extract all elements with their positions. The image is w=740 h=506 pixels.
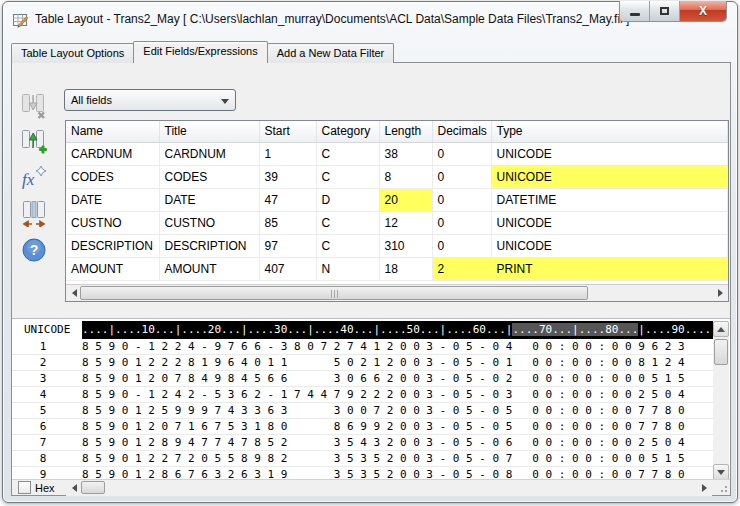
cell-decimals: 0 bbox=[432, 165, 491, 188]
cell-title: AMOUNT bbox=[159, 257, 259, 280]
cell-category: D bbox=[316, 188, 379, 211]
scrollbar-thumb[interactable] bbox=[80, 286, 588, 300]
record-data: 8590-1224-9766-380727412003-05-04 00:00:… bbox=[82, 339, 691, 355]
cell-decimals: 0 bbox=[432, 211, 491, 234]
cell-start: 97 bbox=[259, 234, 316, 257]
minimize-button[interactable] bbox=[620, 1, 650, 21]
ruler-segment: ....|....10...|....20...|....30...|....4… bbox=[82, 323, 512, 336]
col-header-title: Title bbox=[159, 121, 259, 142]
byte-ruler: ....|....10...|....20...|....30...|....4… bbox=[82, 321, 713, 339]
fields-table: Name Title Start Category Length Decimal… bbox=[65, 120, 729, 302]
add-field-icon bbox=[21, 129, 47, 155]
record-number: 4 bbox=[12, 387, 74, 403]
cell-type: UNICODE bbox=[491, 211, 728, 234]
field-filter-dropdown[interactable]: All fields bbox=[64, 89, 236, 111]
cell-length: 12 bbox=[379, 211, 432, 234]
restore-icon bbox=[660, 7, 669, 15]
col-header-start: Start bbox=[259, 121, 316, 142]
field-row-custno[interactable]: CUSTNO CUSTNO 85 C 12 0 UNICODE bbox=[66, 211, 728, 234]
scroll-down-arrow[interactable] bbox=[713, 464, 729, 480]
resize-grip[interactable] bbox=[714, 480, 729, 494]
cell-length-highlighted: 20 bbox=[379, 188, 432, 211]
record-row: 18590-1224-9766-380727412003-05-04 00:00… bbox=[12, 339, 713, 355]
shift-field-button[interactable] bbox=[16, 199, 52, 229]
record-data: 8590-1242-5362-174479222003-05-03 00:00:… bbox=[82, 387, 691, 403]
hex-toggle[interactable]: Hex bbox=[18, 481, 55, 494]
tab-edit-fields-expressions[interactable]: Edit Fields/Expressions bbox=[133, 41, 267, 63]
cell-type: UNICODE bbox=[491, 142, 728, 165]
col-header-length: Length bbox=[379, 121, 432, 142]
record-number: 2 bbox=[12, 355, 74, 371]
encoding-label: UNICODE bbox=[24, 323, 70, 336]
record-row: 38590120784984566 30662003-05-02 00:00:0… bbox=[12, 371, 713, 387]
tab-table-layout-options[interactable]: Table Layout Options bbox=[11, 43, 134, 63]
cell-name: CUSTNO bbox=[66, 211, 159, 234]
cell-title: CARDNUM bbox=[159, 142, 259, 165]
cell-length: 8 bbox=[379, 165, 432, 188]
cell-category: N bbox=[316, 257, 379, 280]
close-icon: X bbox=[699, 4, 707, 18]
record-vscrollbar[interactable] bbox=[713, 321, 729, 480]
record-data: 8590128947747852 35432003-05-06 00:00:00… bbox=[82, 435, 691, 451]
field-row-description[interactable]: DESCRIPTION DESCRIPTION 97 C 310 0 UNICO… bbox=[66, 234, 728, 257]
add-expression-icon: fx bbox=[21, 165, 47, 191]
tab-add-new-data-filter[interactable]: Add a New Data Filter bbox=[267, 43, 395, 63]
col-header-name: Name bbox=[66, 121, 159, 142]
scrollbar-thumb[interactable] bbox=[714, 339, 728, 365]
field-row-cardnum[interactable]: CARDNUM CARDNUM 1 C 38 0 UNICODE bbox=[66, 142, 728, 165]
hex-checkbox[interactable] bbox=[18, 481, 31, 494]
window-controls: X bbox=[619, 1, 727, 22]
record-number: 7 bbox=[12, 435, 74, 451]
cell-title: DATE bbox=[159, 188, 259, 211]
ruler-row: UNICODE ....|....10...|....20...|....30.… bbox=[12, 321, 730, 339]
cell-title: DESCRIPTION bbox=[159, 234, 259, 257]
record-data: 8590120784984566 30662003-05-02 00:00:00… bbox=[82, 371, 691, 387]
cell-decimals: 0 bbox=[432, 234, 491, 257]
fields-table-hscrollbar[interactable] bbox=[66, 284, 728, 301]
cell-name: CARDNUM bbox=[66, 142, 159, 165]
add-field-button[interactable] bbox=[16, 127, 52, 157]
record-row: 28590122281964011 50212003-05-01 00:00:0… bbox=[12, 355, 713, 371]
svg-text:?: ? bbox=[30, 242, 39, 258]
shift-field-icon bbox=[21, 201, 47, 227]
scroll-left-arrow[interactable] bbox=[66, 480, 82, 496]
table-layout-window: Table Layout - Trans2_May [ C:\Users\lac… bbox=[2, 1, 738, 503]
cell-title: CUSTNO bbox=[159, 211, 259, 234]
close-button[interactable]: X bbox=[680, 1, 726, 21]
cell-start: 85 bbox=[259, 211, 316, 234]
record-number: 5 bbox=[12, 403, 74, 419]
svg-text:fx: fx bbox=[22, 170, 35, 189]
field-filter-value: All fields bbox=[71, 94, 112, 106]
field-row-codes[interactable]: CODES CODES 39 C 8 0 UNICODE bbox=[66, 165, 728, 188]
cell-type: UNICODE bbox=[491, 234, 728, 257]
cell-type-highlighted: UNICODE bbox=[491, 165, 728, 188]
scroll-right-arrow[interactable] bbox=[696, 480, 712, 496]
record-data: 8590125999743363 30072003-05-05 00:00:00… bbox=[82, 403, 691, 419]
field-toolbar: fx ? bbox=[16, 91, 58, 265]
cell-start: 47 bbox=[259, 188, 316, 211]
add-expression-button[interactable]: fx bbox=[16, 163, 52, 193]
record-row: 78590128947747852 35432003-05-06 00:00:0… bbox=[12, 435, 713, 451]
help-button[interactable]: ? bbox=[16, 235, 52, 265]
scroll-right-arrow[interactable] bbox=[712, 285, 728, 301]
cell-length: 38 bbox=[379, 142, 432, 165]
field-row-date[interactable]: DATE DATE 47 D 20 0 DATETIME bbox=[66, 188, 728, 211]
hex-label: Hex bbox=[35, 482, 55, 494]
tab-bar: Table Layout Options Edit Fields/Express… bbox=[11, 41, 393, 63]
cell-name: DESCRIPTION bbox=[66, 234, 159, 257]
delete-field-button[interactable] bbox=[16, 91, 52, 121]
cell-decimals-highlighted: 2 bbox=[432, 257, 491, 280]
window-title: Table Layout - Trans2_May [ C:\Users\lac… bbox=[35, 12, 629, 26]
cell-name: CODES bbox=[66, 165, 159, 188]
cell-start: 39 bbox=[259, 165, 316, 188]
scrollbar-thumb[interactable] bbox=[81, 481, 105, 494]
record-hscrollbar[interactable] bbox=[66, 480, 712, 496]
record-number: 6 bbox=[12, 419, 74, 435]
record-rows: 18590-1224-9766-380727412003-05-04 00:00… bbox=[12, 339, 713, 480]
cell-name: AMOUNT bbox=[66, 257, 159, 280]
scroll-up-arrow[interactable] bbox=[713, 321, 729, 337]
field-row-amount[interactable]: AMOUNT AMOUNT 407 N 18 2 PRINT bbox=[66, 257, 728, 280]
record-row: 58590125999743363 30072003-05-05 00:00:0… bbox=[12, 403, 713, 419]
record-row: 88590122720558982 35352003-05-07 00:00:0… bbox=[12, 451, 713, 467]
restore-button[interactable] bbox=[650, 1, 680, 21]
